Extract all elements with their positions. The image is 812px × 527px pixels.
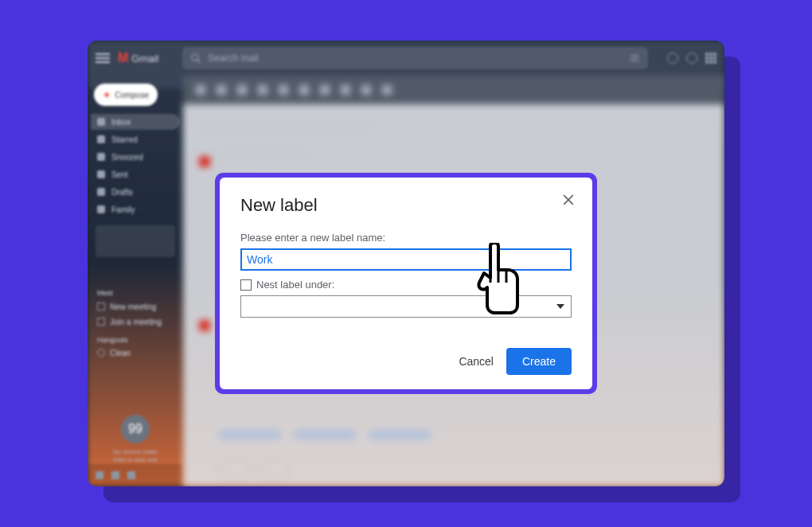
menu-icon[interactable] bbox=[96, 53, 110, 63]
sidebar-more[interactable] bbox=[96, 225, 175, 257]
search-placeholder: Search mail bbox=[208, 53, 258, 64]
settings-icon[interactable] bbox=[686, 53, 697, 64]
search-bar[interactable]: Search mail bbox=[182, 47, 648, 69]
sidebar-item-family[interactable]: Family bbox=[91, 201, 180, 217]
chat-icon[interactable] bbox=[111, 471, 119, 479]
close-icon bbox=[560, 192, 576, 208]
keyboard-icon bbox=[97, 318, 105, 326]
plus-icon: + bbox=[103, 88, 110, 101]
person-icon[interactable] bbox=[96, 471, 103, 479]
compose-label: Compose bbox=[115, 91, 149, 100]
sidebar-bottom bbox=[88, 464, 183, 486]
spam-icon[interactable] bbox=[237, 85, 247, 95]
snooze-icon[interactable] bbox=[299, 85, 309, 95]
sidebar-item-starred[interactable]: Starred bbox=[91, 131, 180, 147]
svg-line-1 bbox=[197, 60, 201, 63]
video-icon bbox=[97, 303, 105, 310]
gmail-m-icon: M bbox=[118, 51, 128, 65]
unread-icon[interactable] bbox=[279, 85, 288, 95]
delete-icon[interactable] bbox=[258, 85, 267, 95]
sidebar-item-inbox[interactable]: Inbox bbox=[91, 114, 180, 130]
create-button[interactable]: Create bbox=[506, 348, 572, 375]
labels-icon[interactable] bbox=[361, 85, 371, 95]
label-name-input[interactable] bbox=[240, 248, 572, 271]
task-icon[interactable] bbox=[320, 85, 330, 95]
label-name-prompt: Please enter a new label name: bbox=[240, 232, 572, 244]
back-icon[interactable] bbox=[196, 85, 205, 95]
star-icon bbox=[97, 135, 105, 143]
left-sidebar: + Compose Inbox Starred Snoozed Sent Dra… bbox=[88, 76, 183, 486]
phone-icon[interactable] bbox=[127, 471, 135, 479]
app-header: M Gmail Search mail bbox=[88, 41, 724, 76]
mail-toolbar bbox=[183, 76, 724, 104]
avatar-red bbox=[199, 156, 210, 167]
gmail-logo[interactable]: M Gmail bbox=[118, 51, 158, 65]
avatar-icon bbox=[97, 349, 105, 357]
search-icon bbox=[190, 53, 201, 64]
new-label-dialog-frame: New label Please enter a new label name:… bbox=[215, 173, 597, 394]
move-icon[interactable] bbox=[341, 85, 350, 95]
dialog-buttons: Cancel Create bbox=[240, 348, 572, 375]
apps-icon[interactable] bbox=[705, 53, 716, 64]
nest-label-text: Nest label under: bbox=[256, 279, 334, 291]
sidebar-item-drafts[interactable]: Drafts bbox=[91, 184, 180, 200]
drafts-icon bbox=[97, 188, 105, 196]
sidebar-item-sent[interactable]: Sent bbox=[91, 166, 180, 182]
help-icon[interactable] bbox=[667, 53, 678, 64]
hangouts-user[interactable]: Clean bbox=[97, 346, 174, 359]
dialog-title: New label bbox=[240, 195, 572, 216]
nest-row: Nest label under: bbox=[240, 279, 572, 291]
clock-icon bbox=[97, 153, 105, 161]
cancel-button[interactable]: Cancel bbox=[459, 355, 494, 368]
inbox-icon bbox=[97, 118, 105, 126]
new-label-dialog: New label Please enter a new label name:… bbox=[220, 178, 592, 389]
hangouts-heading: Hangouts bbox=[97, 336, 174, 344]
archive-icon[interactable] bbox=[217, 85, 226, 95]
app-name: Gmail bbox=[131, 53, 158, 64]
label-icon bbox=[97, 205, 105, 213]
app-window: M Gmail Search mail + Compose Inbox Star… bbox=[88, 41, 724, 486]
close-button[interactable] bbox=[560, 192, 576, 208]
avatar-red-2 bbox=[199, 320, 210, 331]
svg-point-0 bbox=[192, 54, 198, 61]
more-icon[interactable] bbox=[382, 85, 392, 95]
chat-bubble-icon: 99 bbox=[121, 415, 150, 443]
tune-icon[interactable] bbox=[629, 53, 640, 64]
compose-button[interactable]: + Compose bbox=[94, 84, 158, 106]
sent-icon bbox=[97, 170, 105, 178]
nest-checkbox[interactable] bbox=[240, 279, 252, 291]
meet-join[interactable]: Join a meeting bbox=[97, 315, 174, 328]
subject-blur bbox=[199, 120, 374, 133]
header-right bbox=[656, 53, 716, 64]
meet-new[interactable]: New meeting bbox=[97, 300, 174, 313]
meet-section: Meet New meeting Join a meeting Hangouts… bbox=[91, 289, 180, 359]
meet-heading: Meet bbox=[97, 289, 174, 297]
sidebar-item-snoozed[interactable]: Snoozed bbox=[91, 149, 180, 165]
parent-label-select[interactable] bbox=[240, 295, 572, 318]
chat-empty-text: No recent chats Start a new one bbox=[91, 448, 180, 465]
